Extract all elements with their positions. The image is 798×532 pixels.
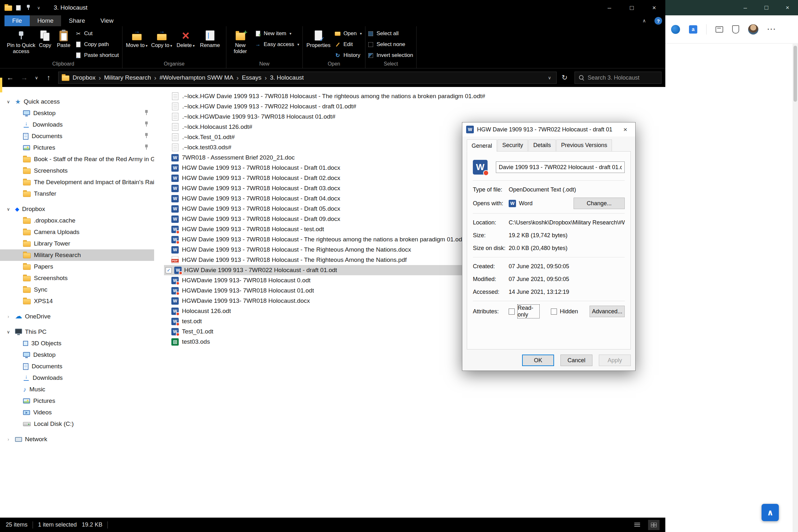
copy-button[interactable]: Copy bbox=[36, 27, 54, 48]
minimize-button[interactable]: – bbox=[598, 0, 621, 15]
breadcrumb-item-wolverhampton-sww-ma[interactable]: #Wolverhampton SWW MA bbox=[156, 74, 236, 81]
qat-customize-chevron-icon[interactable]: ∨ bbox=[35, 3, 43, 12]
new-folder-button[interactable]: New folder bbox=[228, 27, 252, 54]
tab-security[interactable]: Security bbox=[497, 139, 528, 152]
sidebar-item-downloads[interactable]: Downloads bbox=[0, 372, 154, 384]
file-row[interactable]: .~lock.HGW Davie 1909 913 - 7WR022 Holoc… bbox=[171, 101, 665, 112]
pin-to-quick-access-button[interactable]: Pin to Quick access bbox=[6, 27, 36, 54]
select-all-button[interactable]: Select all bbox=[367, 28, 413, 39]
change-button[interactable]: Change... bbox=[573, 197, 625, 209]
edge-close-button[interactable]: × bbox=[777, 0, 798, 15]
search-input[interactable] bbox=[588, 75, 657, 81]
details-view-button[interactable] bbox=[631, 520, 643, 530]
sidebar-item-pictures[interactable]: Pictures bbox=[0, 395, 154, 407]
delete-button[interactable]: Delete▾ bbox=[174, 27, 197, 49]
easy-access-button[interactable]: Easy access▾ bbox=[254, 39, 299, 50]
recent-locations-chevron-icon[interactable]: ∨ bbox=[32, 71, 41, 84]
tab-home[interactable]: Home bbox=[30, 15, 61, 26]
avatar[interactable] bbox=[748, 24, 758, 35]
sidebar-item-the-development-and-impact-of-britain-s-railways[interactable]: The Development and Impact of Britain's … bbox=[0, 176, 154, 188]
hidden-label[interactable]: Hidden bbox=[560, 308, 578, 315]
maximize-button[interactable]: □ bbox=[621, 0, 643, 15]
sidebar-item-desktop[interactable]: Desktop bbox=[0, 108, 154, 119]
history-button[interactable]: History bbox=[334, 50, 362, 61]
file-checkbox[interactable]: ✓ bbox=[166, 267, 172, 273]
back-button[interactable]: ← bbox=[4, 71, 17, 84]
chevron-down-icon[interactable]: ∨ bbox=[4, 207, 12, 212]
sidebar-item-screenshots[interactable]: Screenshots bbox=[0, 272, 154, 284]
more-options-icon[interactable]: ··· bbox=[767, 25, 776, 34]
sidebar-item-transfer[interactable]: Transfer bbox=[0, 188, 154, 200]
large-icons-view-button[interactable] bbox=[648, 520, 660, 530]
breadcrumb-item-military-research[interactable]: Military Research bbox=[101, 74, 154, 81]
sidebar-item-dropbox-cache[interactable]: .dropbox.cache bbox=[0, 215, 154, 226]
sidebar-item-book-staff-of-the-rear-of-the-red-army-in-gpw[interactable]: Book - Staff of the Rear of the Red Army… bbox=[0, 153, 154, 165]
shield-icon[interactable] bbox=[732, 25, 739, 34]
paste-button[interactable]: Paste bbox=[54, 27, 73, 48]
sidebar-item-3d-objects[interactable]: 3D Objects bbox=[0, 338, 154, 349]
sidebar-item-sync[interactable]: Sync bbox=[0, 284, 154, 296]
hidden-checkbox[interactable] bbox=[551, 308, 557, 315]
scrollbar[interactable] bbox=[793, 44, 798, 532]
sidebar-item-documents[interactable]: Documents bbox=[0, 361, 154, 372]
scrollbar-thumb[interactable] bbox=[794, 46, 797, 102]
sidebar-item-camera-uploads[interactable]: Camera Uploads bbox=[0, 226, 154, 238]
sidebar-item-music[interactable]: Music bbox=[0, 384, 154, 395]
sidebar-section-quick-access[interactable]: ∨Quick access bbox=[0, 96, 154, 108]
sidebar-section-this-pc[interactable]: ∨This PC bbox=[0, 326, 154, 338]
open-button[interactable]: Open▾ bbox=[334, 28, 362, 39]
up-button[interactable]: ↑ bbox=[42, 71, 55, 84]
new-item-button[interactable]: New item▾ bbox=[254, 28, 299, 39]
edit-button[interactable]: Edit bbox=[334, 39, 362, 50]
apply-button[interactable]: Apply bbox=[599, 355, 631, 366]
scroll-to-top-button[interactable]: ∧ bbox=[762, 504, 779, 521]
breadcrumb-item-essays[interactable]: Essays bbox=[239, 74, 265, 81]
chevron-down-icon[interactable]: ∨ bbox=[4, 99, 12, 104]
move-to-button[interactable]: Move to▾ bbox=[125, 27, 149, 49]
sidebar-item-xps14[interactable]: XPS14 bbox=[0, 296, 154, 307]
close-button[interactable]: × bbox=[643, 0, 665, 15]
refresh-button[interactable]: ↻ bbox=[558, 71, 571, 84]
tab-previous-versions[interactable]: Previous Versions bbox=[556, 139, 612, 152]
address-box[interactable]: Dropbox›Military Research›#Wolverhampton… bbox=[58, 72, 557, 84]
profile-badge-icon[interactable] bbox=[671, 25, 680, 34]
help-button[interactable]: ? bbox=[651, 15, 665, 26]
sidebar-section-onedrive[interactable]: ›OneDrive bbox=[0, 311, 154, 322]
edge-maximize-button[interactable]: □ bbox=[756, 0, 777, 15]
sidebar-item-library-tower[interactable]: Library Tower bbox=[0, 238, 154, 249]
forward-button[interactable]: → bbox=[18, 71, 31, 84]
sidebar-item-screenshots[interactable]: Screenshots bbox=[0, 165, 154, 176]
tab-details[interactable]: Details bbox=[529, 139, 556, 152]
tab-general[interactable]: General bbox=[467, 139, 497, 152]
sidebar-item-local-disk-c[interactable]: Local Disk (C:) bbox=[0, 418, 154, 430]
sidebar-item-papers[interactable]: Papers bbox=[0, 261, 154, 272]
cancel-button[interactable]: Cancel bbox=[560, 355, 592, 366]
chevron-right-icon[interactable]: › bbox=[4, 437, 12, 442]
chevron-down-icon[interactable]: ∨ bbox=[4, 329, 12, 335]
invert-selection-button[interactable]: Invert selection bbox=[367, 50, 413, 61]
paste-shortcut-button[interactable]: Paste shortcut bbox=[75, 50, 119, 61]
rename-button[interactable]: Rename bbox=[197, 27, 223, 48]
sidebar-item-military-research[interactable]: Military Research bbox=[0, 249, 154, 261]
read-only-checkbox[interactable] bbox=[509, 308, 515, 315]
qat-pin-icon[interactable] bbox=[24, 3, 33, 12]
file-row[interactable]: .~lock.HGWDavie 1909 913- 7WR018 Holocau… bbox=[171, 112, 665, 122]
collapse-ribbon-chevron-icon[interactable]: ∧ bbox=[637, 15, 651, 26]
sidebar-item-videos[interactable]: Videos bbox=[0, 407, 154, 418]
sidebar-item-desktop[interactable]: Desktop bbox=[0, 349, 154, 361]
file-row[interactable]: ✓HGW Davie 1909 913 - 7WR022 Holocaust -… bbox=[164, 265, 463, 275]
sidebar-section-network[interactable]: ›Network bbox=[0, 434, 154, 445]
sidebar-item-pictures[interactable]: Pictures bbox=[0, 142, 154, 153]
breadcrumb-item-3-holocaust[interactable]: 3. Holocaust bbox=[267, 74, 307, 81]
sidebar-item-documents[interactable]: Documents bbox=[0, 130, 154, 142]
search-box[interactable] bbox=[574, 72, 662, 84]
copy-to-button[interactable]: Copy to▾ bbox=[149, 27, 174, 49]
tab-share[interactable]: Share bbox=[61, 15, 93, 26]
select-none-button[interactable]: Select none bbox=[367, 39, 413, 50]
sidebar-item-downloads[interactable]: Downloads bbox=[0, 119, 154, 130]
copy-path-button[interactable]: Copy path bbox=[75, 39, 119, 50]
ok-button[interactable]: OK bbox=[522, 355, 554, 366]
edge-minimize-button[interactable]: – bbox=[735, 0, 756, 15]
address-dropdown-chevron-icon[interactable]: ∨ bbox=[546, 75, 553, 80]
collections-icon[interactable] bbox=[716, 26, 723, 33]
